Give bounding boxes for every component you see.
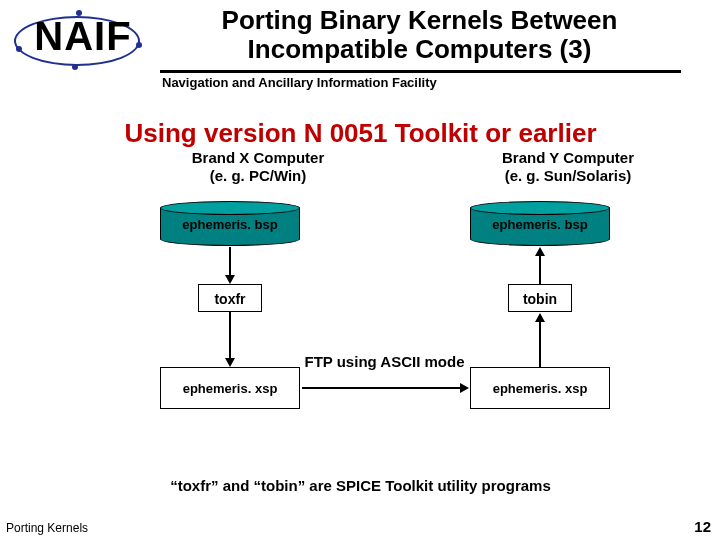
arrow-head-down bbox=[225, 275, 235, 284]
slide-title: Porting Binary Kernels Between Incompati… bbox=[158, 6, 681, 63]
slide-subtitle: Navigation and Ancillary Information Fac… bbox=[162, 75, 721, 90]
left-xsp-label: ephemeris. xsp bbox=[183, 381, 278, 396]
tobin-box: tobin bbox=[508, 284, 572, 312]
brand-y-label: Brand Y Computer (e. g. Sun/Solaris) bbox=[468, 149, 668, 185]
title-line-1: Porting Binary Kernels Between bbox=[222, 5, 618, 35]
arrow-right-1 bbox=[539, 255, 541, 284]
brand-x-label: Brand X Computer (e. g. PC/Win) bbox=[158, 149, 358, 185]
tobin-label: tobin bbox=[523, 291, 557, 307]
title-line-2: Incompatible Computers (3) bbox=[248, 34, 592, 64]
cylinder-top bbox=[470, 201, 610, 215]
left-bsp-label: ephemeris. bsp bbox=[160, 217, 300, 232]
footer-left: Porting Kernels bbox=[6, 521, 88, 535]
slide-header: NAIF Porting Binary Kernels Between Inco… bbox=[0, 0, 721, 66]
page-number: 12 bbox=[694, 518, 711, 535]
brand-x-line1: Brand X Computer bbox=[192, 149, 325, 166]
brand-y-line2: (e. g. Sun/Solaris) bbox=[505, 167, 632, 184]
diagram: Brand X Computer (e. g. PC/Win) Brand Y … bbox=[0, 149, 721, 489]
right-bsp-label: ephemeris. bsp bbox=[470, 217, 610, 232]
naif-logo: NAIF bbox=[8, 6, 158, 66]
toxfr-box: toxfr bbox=[198, 284, 262, 312]
arrow-head-down bbox=[225, 358, 235, 367]
brand-x-line2: (e. g. PC/Win) bbox=[210, 167, 307, 184]
arrow-right-2 bbox=[539, 321, 541, 367]
section-title: Using version N 0051 Toolkit or earlier bbox=[0, 118, 721, 149]
arrow-left-2 bbox=[229, 312, 231, 360]
title-rule bbox=[160, 70, 681, 73]
slide: NAIF Porting Binary Kernels Between Inco… bbox=[0, 0, 721, 541]
right-xsp-box: ephemeris. xsp bbox=[470, 367, 610, 409]
logo-text: NAIF bbox=[8, 6, 158, 66]
ftp-arrow-line bbox=[302, 387, 460, 389]
arrow-head-right bbox=[460, 383, 469, 393]
left-xsp-box: ephemeris. xsp bbox=[160, 367, 300, 409]
left-bsp-cylinder: ephemeris. bsp bbox=[160, 201, 300, 246]
right-bsp-cylinder: ephemeris. bsp bbox=[470, 201, 610, 246]
title-block: Porting Binary Kernels Between Incompati… bbox=[158, 6, 721, 63]
arrow-left-1 bbox=[229, 247, 231, 277]
cylinder-top bbox=[160, 201, 300, 215]
brand-y-line1: Brand Y Computer bbox=[502, 149, 634, 166]
ftp-label: FTP using ASCII mode bbox=[302, 353, 467, 370]
right-xsp-label: ephemeris. xsp bbox=[493, 381, 588, 396]
toxfr-label: toxfr bbox=[214, 291, 245, 307]
footnote: “toxfr” and “tobin” are SPICE Toolkit ut… bbox=[0, 477, 721, 494]
